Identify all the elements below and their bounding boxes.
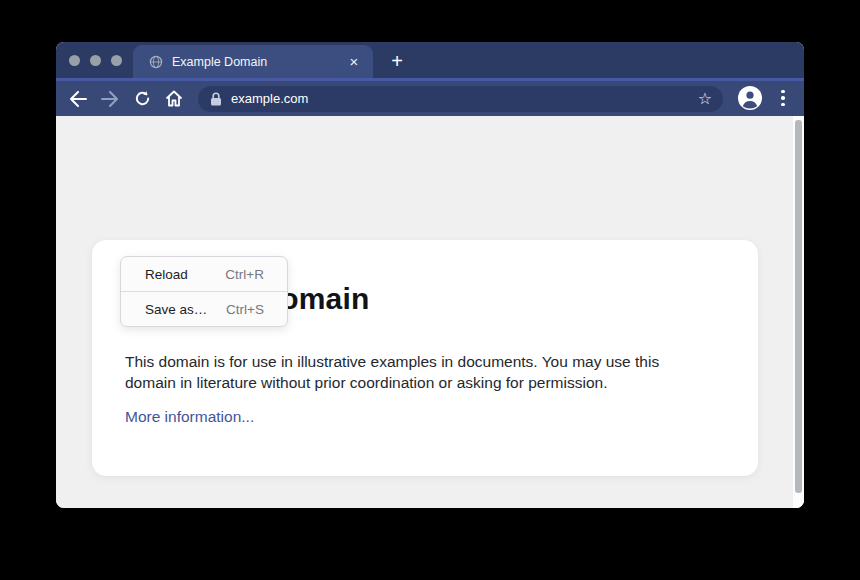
page-body-text: This domain is for use in illustrative e… [125,352,713,394]
new-tab-icon[interactable]: + [382,45,412,78]
menu-item-label: Save as… [145,302,207,317]
lock-icon[interactable] [210,92,222,106]
tab-title: Example Domain [172,55,343,69]
home-icon[interactable] [160,81,188,116]
kebab-menu-icon[interactable] [777,86,789,110]
context-menu-item-save-as[interactable]: Save as… Ctrl+S [121,292,287,326]
more-information-link[interactable]: More information... [125,408,254,426]
back-arrow-icon[interactable] [64,81,92,116]
tab-example-domain[interactable]: Example Domain × [133,45,373,78]
url-text[interactable]: example.com [231,91,698,106]
menu-item-shortcut: Ctrl+R [225,267,264,282]
forward-arrow-icon[interactable] [96,81,124,116]
tab-close-icon[interactable]: × [343,51,365,73]
reload-icon[interactable] [128,81,156,116]
scrollbar-track[interactable] [793,116,804,508]
browser-toolbar: example.com ☆ [56,81,804,116]
context-menu: Reload Ctrl+R Save as… Ctrl+S [120,256,288,327]
bookmark-star-icon[interactable]: ☆ [698,91,712,107]
window-minimize-button[interactable] [90,55,101,66]
address-bar[interactable]: example.com ☆ [198,86,723,112]
window-zoom-button[interactable] [111,55,122,66]
avatar-icon[interactable] [738,86,762,110]
context-menu-item-reload[interactable]: Reload Ctrl+R [121,257,287,291]
menu-item-label: Reload [145,267,188,282]
desktop-background: Example Domain × + [0,0,860,580]
tab-bar: Example Domain × + [56,42,804,78]
scrollbar-thumb[interactable] [795,120,802,493]
window-close-button[interactable] [69,55,80,66]
globe-favicon-icon [149,55,163,69]
page-viewport: Example Domain This domain is for use in… [56,116,804,508]
browser-window: Example Domain × + [56,42,804,508]
menu-item-shortcut: Ctrl+S [226,302,264,317]
